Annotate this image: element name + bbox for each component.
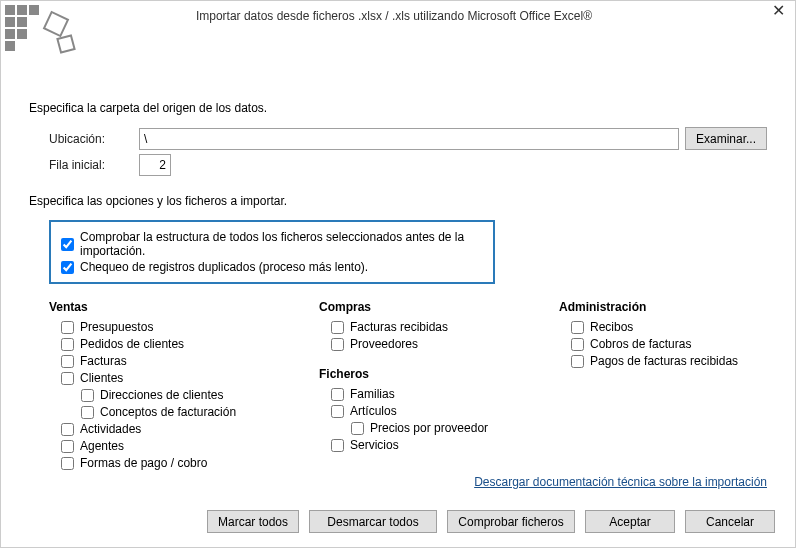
documentation-link[interactable]: Descargar documentación técnica sobre la… bbox=[474, 475, 767, 489]
formas-pago-item: Formas de pago / cobro bbox=[61, 456, 309, 470]
pedidos-clientes-checkbox[interactable] bbox=[61, 338, 74, 351]
pedidos-clientes-item: Pedidos de clientes bbox=[61, 337, 309, 351]
startrow-row: Fila inicial: bbox=[49, 154, 767, 176]
check-duplicates-checkbox[interactable] bbox=[61, 261, 74, 274]
conceptos-facturacion-item: Conceptos de facturación bbox=[81, 405, 309, 419]
articulos-checkbox[interactable] bbox=[331, 405, 344, 418]
direcciones-clientes-label: Direcciones de clientes bbox=[100, 388, 223, 402]
pagos-facturas-recibidas-checkbox[interactable] bbox=[571, 355, 584, 368]
location-label: Ubicación: bbox=[49, 132, 139, 146]
precios-proveedor-item: Precios por proveedor bbox=[351, 421, 549, 435]
clientes-item: Clientes bbox=[61, 371, 309, 385]
servicios-label: Servicios bbox=[350, 438, 399, 452]
pedidos-clientes-label: Pedidos de clientes bbox=[80, 337, 184, 351]
pagos-facturas-recibidas-item: Pagos de facturas recibidas bbox=[571, 354, 789, 368]
actividades-item: Actividades bbox=[61, 422, 309, 436]
mark-all-button[interactable]: Marcar todos bbox=[207, 510, 299, 533]
presupuestos-checkbox[interactable] bbox=[61, 321, 74, 334]
articulos-label: Artículos bbox=[350, 404, 397, 418]
facturas-recibidas-checkbox[interactable] bbox=[331, 321, 344, 334]
location-input[interactable] bbox=[139, 128, 679, 150]
check-structure-label: Comprobar la estructura de todos los fic… bbox=[80, 230, 483, 258]
formas-pago-checkbox[interactable] bbox=[61, 457, 74, 470]
familias-label: Familias bbox=[350, 387, 395, 401]
direcciones-clientes-checkbox[interactable] bbox=[81, 389, 94, 402]
cobros-facturas-checkbox[interactable] bbox=[571, 338, 584, 351]
svg-rect-7 bbox=[5, 41, 15, 51]
facturas-label: Facturas bbox=[80, 354, 127, 368]
formas-pago-label: Formas de pago / cobro bbox=[80, 456, 207, 470]
compras-title: Compras bbox=[319, 300, 549, 314]
recibos-checkbox[interactable] bbox=[571, 321, 584, 334]
actividades-checkbox[interactable] bbox=[61, 423, 74, 436]
precios-proveedor-label: Precios por proveedor bbox=[370, 421, 488, 435]
cobros-facturas-label: Cobros de facturas bbox=[590, 337, 691, 351]
import-dialog: Importar datos desde ficheros .xlsx / .x… bbox=[0, 0, 796, 548]
startrow-label: Fila inicial: bbox=[49, 158, 139, 172]
presupuestos-label: Presupuestos bbox=[80, 320, 153, 334]
familias-item: Familias bbox=[331, 387, 549, 401]
check-duplicates-option: Chequeo de registros duplicados (proceso… bbox=[61, 260, 483, 274]
agentes-item: Agentes bbox=[61, 439, 309, 453]
recibos-item: Recibos bbox=[571, 320, 789, 334]
dialog-content: Especifica la carpeta del origen de los … bbox=[1, 31, 795, 473]
file-groups: Ventas Presupuestos Pedidos de clientes … bbox=[49, 298, 767, 473]
administracion-title: Administración bbox=[559, 300, 789, 314]
clientes-label: Clientes bbox=[80, 371, 123, 385]
check-files-button[interactable]: Comprobar ficheros bbox=[447, 510, 575, 533]
servicios-item: Servicios bbox=[331, 438, 549, 452]
precios-proveedor-checkbox[interactable] bbox=[351, 422, 364, 435]
check-structure-option: Comprobar la estructura de todos los fic… bbox=[61, 230, 483, 258]
agentes-checkbox[interactable] bbox=[61, 440, 74, 453]
titlebar: Importar datos desde ficheros .xlsx / .x… bbox=[1, 1, 795, 31]
cancel-button[interactable]: Cancelar bbox=[685, 510, 775, 533]
familias-checkbox[interactable] bbox=[331, 388, 344, 401]
ficheros-title: Ficheros bbox=[319, 367, 549, 381]
window-title: Importar datos desde ficheros .xlsx / .x… bbox=[1, 9, 787, 23]
servicios-checkbox[interactable] bbox=[331, 439, 344, 452]
unmark-all-button[interactable]: Desmarcar todos bbox=[309, 510, 437, 533]
options-section-label: Especifica las opciones y los ficheros a… bbox=[29, 194, 767, 208]
proveedores-label: Proveedores bbox=[350, 337, 418, 351]
actividades-label: Actividades bbox=[80, 422, 141, 436]
check-structure-checkbox[interactable] bbox=[61, 238, 74, 251]
doc-link-wrap: Descargar documentación técnica sobre la… bbox=[474, 475, 767, 489]
cobros-facturas-item: Cobros de facturas bbox=[571, 337, 789, 351]
close-icon[interactable]: ✕ bbox=[772, 3, 785, 19]
conceptos-facturacion-label: Conceptos de facturación bbox=[100, 405, 236, 419]
proveedores-checkbox[interactable] bbox=[331, 338, 344, 351]
articulos-item: Artículos bbox=[331, 404, 549, 418]
startrow-input[interactable] bbox=[139, 154, 171, 176]
facturas-item: Facturas bbox=[61, 354, 309, 368]
direcciones-clientes-item: Direcciones de clientes bbox=[81, 388, 309, 402]
folder-section-label: Especifica la carpeta del origen de los … bbox=[29, 101, 767, 115]
svg-rect-9 bbox=[57, 35, 74, 52]
conceptos-facturacion-checkbox[interactable] bbox=[81, 406, 94, 419]
button-bar: Marcar todos Desmarcar todos Comprobar f… bbox=[207, 510, 775, 533]
clientes-checkbox[interactable] bbox=[61, 372, 74, 385]
browse-button[interactable]: Examinar... bbox=[685, 127, 767, 150]
accept-button[interactable]: Aceptar bbox=[585, 510, 675, 533]
proveedores-item: Proveedores bbox=[331, 337, 549, 351]
ventas-column: Ventas Presupuestos Pedidos de clientes … bbox=[49, 298, 309, 473]
facturas-recibidas-item: Facturas recibidas bbox=[331, 320, 549, 334]
agentes-label: Agentes bbox=[80, 439, 124, 453]
compras-ficheros-column: Compras Facturas recibidas Proveedores F… bbox=[319, 298, 549, 473]
check-duplicates-label: Chequeo de registros duplicados (proceso… bbox=[80, 260, 368, 274]
location-row: Ubicación: Examinar... bbox=[49, 127, 767, 150]
facturas-recibidas-label: Facturas recibidas bbox=[350, 320, 448, 334]
administracion-column: Administración Recibos Cobros de factura… bbox=[559, 298, 789, 473]
facturas-checkbox[interactable] bbox=[61, 355, 74, 368]
ventas-title: Ventas bbox=[49, 300, 309, 314]
presupuestos-item: Presupuestos bbox=[61, 320, 309, 334]
import-options-box: Comprobar la estructura de todos los fic… bbox=[49, 220, 495, 284]
recibos-label: Recibos bbox=[590, 320, 633, 334]
pagos-facturas-recibidas-label: Pagos de facturas recibidas bbox=[590, 354, 738, 368]
